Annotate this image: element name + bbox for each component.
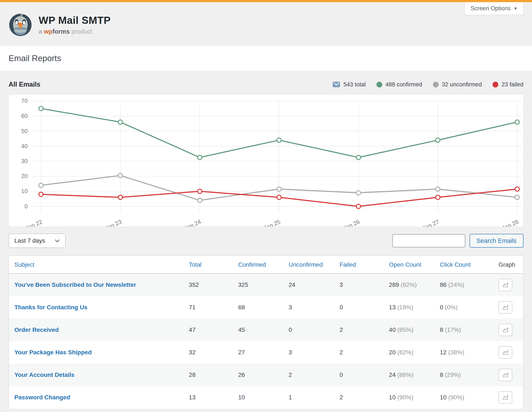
unconfirmed-cell: 3 [289,296,340,319]
subject-link[interactable]: Thanks for Contacting Us [14,304,87,311]
confirmed-cell: 10 [238,386,289,409]
legend-total-label: 543 total [343,81,366,88]
total-cell: 28 [189,364,238,386]
emails-chart-svg: 010203040506070Jan 22Jan 23Jan 24Jan 25J… [9,94,523,227]
subject-link[interactable]: Your Package Has Shipped [14,349,92,356]
table-row: Thanks for Contacting Us 71 68 3 0 13(18… [9,296,523,319]
search-emails-button[interactable]: Search Emails [470,234,523,247]
subject-link[interactable]: Password Changed [14,394,70,401]
row-graph-button[interactable] [499,346,512,359]
unconfirmed-cell: 1 [289,386,340,409]
mini-chart-icon [502,372,509,378]
wp-mail-smtp-logo [9,13,32,37]
total-cell: 13 [189,386,238,409]
screen-options-label: Screen Options [471,5,511,12]
failed-dot-icon [493,82,498,87]
subject-link[interactable]: You’ve Been Subscribed to Our Newsletter [14,282,136,288]
column-header-open-count[interactable]: Open Count [389,256,440,274]
row-graph-button[interactable] [499,301,512,314]
legend-item-total: 543 total [332,81,366,88]
row-graph-button[interactable] [499,279,512,291]
svg-text:60: 60 [21,113,28,119]
column-header-click-count[interactable]: Click Count [440,256,499,274]
app-title: WP Mail SMTP [39,14,111,26]
table-row: Password Changed 13 10 1 2 10(90%) 10(90… [9,386,523,409]
column-header-failed[interactable]: Failed [340,256,389,274]
failed-cell: 0 [340,296,389,319]
failed-cell: 2 [340,319,389,341]
open-count-cell: 289(82%) [389,274,440,296]
subject-link[interactable]: Your Account Details [14,372,75,378]
svg-text:Jan 28: Jan 28 [501,219,519,227]
mini-chart-icon [502,304,509,311]
unconfirmed-dot-icon [433,82,439,87]
table-header-row: Subject Total Confirmed Unconfirmed Fail… [9,256,523,274]
legend-item-failed: 23 failed [493,81,523,88]
click-count-cell: 86(24%) [440,274,499,296]
mini-chart-icon [502,282,509,288]
section-title: All Emails [9,81,40,88]
legend-item-confirmed: 488 confirmed [377,81,422,88]
unconfirmed-cell: 2 [289,364,340,386]
click-count-cell: 8(29%) [440,364,499,386]
failed-cell: 3 [340,274,389,296]
row-graph-button[interactable] [499,324,512,336]
date-range-value: Last 7 days [14,237,45,244]
unconfirmed-cell: 0 [289,319,340,341]
confirmed-dot-icon [377,82,382,87]
legend-failed-label: 23 failed [502,81,523,88]
column-header-graph: Graph [499,256,523,274]
mini-chart-icon [502,394,509,401]
svg-text:40: 40 [21,143,28,149]
svg-text:20: 20 [21,173,28,179]
subject-link[interactable]: Order Received [14,327,59,333]
failed-cell: 0 [340,364,389,386]
envelope-icon [332,82,340,87]
page-title: Email Reports [9,54,523,63]
svg-text:Jan 23: Jan 23 [104,219,123,227]
failed-cell: 2 [340,386,389,409]
admin-top-bar [0,0,532,2]
open-count-cell: 13(18%) [389,296,440,319]
svg-text:Jan 25: Jan 25 [263,219,281,227]
email-reports-table: Subject Total Confirmed Unconfirmed Fail… [9,256,523,409]
confirmed-cell: 26 [238,364,289,386]
svg-text:Jan 26: Jan 26 [342,219,361,227]
svg-text:50: 50 [21,128,28,134]
click-count-cell: 10(90%) [440,386,499,409]
row-graph-button[interactable] [499,369,512,381]
click-count-cell: 8(17%) [440,319,499,341]
row-graph-button[interactable] [499,391,512,404]
column-header-subject[interactable]: Subject [9,256,189,274]
chart-legend: 543 total 488 confirmed 32 unconfirmed 2… [332,81,523,88]
total-cell: 32 [189,341,238,364]
wpforms-brand-wp: wp [44,28,52,35]
failed-cell: 2 [340,341,389,364]
total-cell: 352 [189,274,238,296]
legend-unconfirmed-label: 32 unconfirmed [442,81,482,88]
table-row: You’ve Been Subscribed to Our Newsletter… [9,274,523,296]
emails-line-chart: 010203040506070Jan 22Jan 23Jan 24Jan 25J… [9,94,523,227]
svg-text:0: 0 [24,203,28,210]
legend-item-unconfirmed: 32 unconfirmed [433,81,482,88]
column-header-total[interactable]: Total [189,256,238,274]
svg-text:70: 70 [21,98,28,104]
open-count-cell: 24(86%) [389,364,440,386]
table-row: Your Package Has Shipped 32 27 3 2 20(62… [9,341,523,364]
table-row: Your Account Details 28 26 2 0 24(86%) 8… [9,364,523,386]
screen-options-button[interactable]: Screen Options ▼ [465,2,524,15]
open-count-cell: 10(90%) [389,386,440,409]
confirmed-cell: 325 [238,274,289,296]
date-range-select[interactable]: Last 7 days [9,234,66,248]
svg-text:Jan 27: Jan 27 [421,219,440,227]
wpforms-brand-forms: forms [52,28,70,35]
confirmed-cell: 27 [238,341,289,364]
column-header-unconfirmed[interactable]: Unconfirmed [289,256,340,274]
open-count-cell: 20(62%) [389,341,440,364]
search-input[interactable] [392,234,465,247]
column-header-confirmed[interactable]: Confirmed [238,256,289,274]
chevron-down-icon: ▼ [513,6,518,11]
svg-text:30: 30 [21,158,28,165]
svg-text:Jan 22: Jan 22 [25,219,43,227]
open-count-cell: 40(85%) [389,319,440,341]
